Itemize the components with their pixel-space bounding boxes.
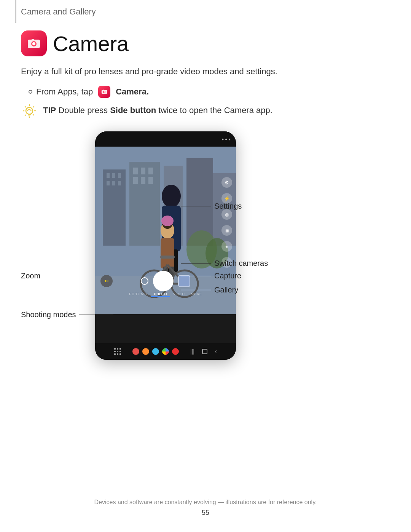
switch-camera-button[interactable] — [141, 277, 148, 285]
breadcrumb: Camera and Gallery — [21, 7, 96, 17]
footer-page-number: 55 — [0, 509, 411, 517]
svg-line-14 — [33, 115, 33, 115]
inline-camera-icon — [98, 86, 110, 98]
inline-camera-svg — [101, 88, 108, 95]
svg-rect-3 — [32, 39, 34, 40]
tip-text-before: Double press — [58, 105, 108, 115]
annotation-shooting-modes: Shooting modes — [21, 310, 113, 319]
nav-buttons: ||| ‹ — [190, 348, 217, 355]
nav-icon-3 — [152, 348, 159, 355]
nav-home-icon — [202, 349, 207, 354]
annotation-gallery: Gallery — [181, 286, 238, 294]
nav-icon-5 — [172, 348, 179, 355]
nav-icon-1 — [132, 348, 139, 355]
ratio-btn[interactable]: ▦ — [221, 225, 232, 236]
page-title: Camera — [53, 31, 129, 56]
timer-btn[interactable]: ◎ — [221, 209, 232, 220]
gallery-label: Gallery — [214, 286, 238, 294]
gallery-line — [181, 290, 211, 290]
settings-icon: ⚙ — [225, 180, 229, 185]
nav-app-icons — [132, 348, 179, 355]
apps-icon — [114, 348, 121, 355]
settings-label: Settings — [214, 202, 242, 211]
capture-button[interactable] — [153, 271, 174, 291]
mockup-section: ● ● ● — [21, 128, 390, 375]
svg-line-13 — [25, 107, 25, 107]
tip-text-after: twice to open the Camera app. — [158, 105, 272, 115]
settings-line — [181, 206, 211, 206]
mode-photo[interactable]: PHOTO — [151, 291, 170, 297]
svg-line-15 — [33, 107, 34, 107]
bullet-text-before: From Apps, tap — [36, 87, 93, 97]
page-border — [15, 0, 16, 23]
footer-disclaimer: Devices and software are constantly evol… — [0, 499, 411, 506]
svg-point-6 — [104, 91, 105, 93]
effects-btn[interactable]: ◈ — [221, 241, 232, 252]
svg-point-8 — [26, 107, 33, 114]
svg-rect-7 — [103, 90, 104, 90]
switch-line — [181, 263, 211, 264]
bullet-dot — [29, 90, 32, 94]
svg-rect-18 — [28, 115, 30, 117]
zoom-label: Zoom — [21, 272, 40, 280]
right-controls: ⚙ ⚡ ◎ ▦ ◈ ⟨ — [221, 177, 232, 268]
capture-label: Capture — [214, 272, 241, 280]
tip-text: TIP Double press Side button twice to op… — [43, 105, 272, 115]
tip-label: TIP — [43, 105, 56, 115]
ratio-icon: ▦ — [225, 228, 229, 233]
annotation-zoom: Zoom — [21, 272, 78, 280]
tip-section: TIP Double press Side button twice to op… — [21, 105, 272, 121]
footer: Devices and software are constantly evol… — [0, 499, 411, 517]
camera-icon-svg — [26, 36, 41, 51]
zoom-button[interactable]: 1× — [100, 275, 113, 287]
svg-rect-17 — [28, 114, 31, 115]
shooting-modes-label: Shooting modes — [21, 310, 76, 319]
nav-icon-4 — [162, 348, 169, 355]
settings-btn[interactable]: ⚙ — [221, 177, 232, 188]
flash-icon: ⚡ — [224, 196, 230, 201]
nav-back-icon: ‹ — [215, 348, 217, 355]
zoom-line — [43, 276, 78, 276]
mode-portrait[interactable]: PORTRAIT — [126, 291, 151, 297]
camera-app-icon — [21, 30, 47, 56]
zoom-level: 1× — [105, 279, 108, 283]
capture-line — [181, 276, 211, 276]
shooting-modes-line — [79, 315, 113, 315]
bullet-item: From Apps, tap Camera. — [29, 86, 149, 98]
bullet-app-name: Camera. — [116, 87, 149, 97]
switch-cameras-label: Switch cameras — [214, 259, 268, 268]
svg-line-16 — [25, 115, 25, 115]
intro-text: Enjoy a full kit of pro lenses and pro-g… — [21, 67, 277, 77]
nav-icon-2 — [142, 348, 149, 355]
nav-menu-icon: ||| — [190, 348, 194, 355]
effects-icon: ◈ — [225, 244, 228, 249]
phone-frame: ● ● ● — [95, 131, 236, 360]
svg-point-2 — [32, 42, 35, 45]
annotation-settings: Settings — [181, 202, 242, 211]
tip-bulb-icon — [21, 104, 38, 121]
tip-bold-text: Side button — [110, 105, 156, 115]
phone-nav-bar: ||| ‹ — [95, 343, 236, 360]
header-section: Camera — [21, 30, 129, 56]
timer-icon: ◎ — [225, 212, 229, 217]
annotation-switch-cameras: Switch cameras — [181, 259, 268, 268]
phone-status-bar: ● ● ● — [95, 131, 236, 147]
annotation-capture: Capture — [181, 272, 241, 280]
